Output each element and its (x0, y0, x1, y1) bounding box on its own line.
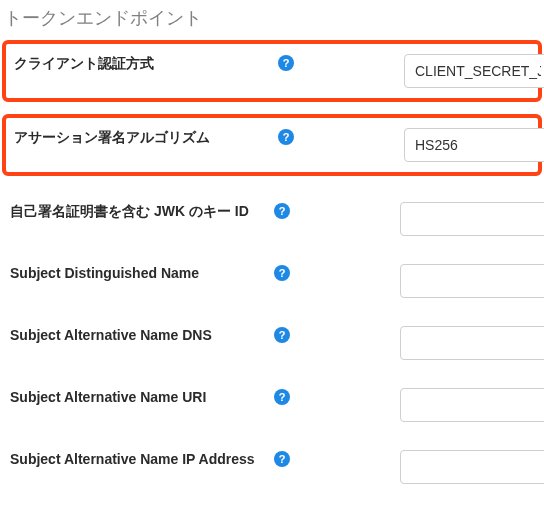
help-icon[interactable]: ? (274, 389, 290, 405)
input-client-auth[interactable] (404, 54, 544, 88)
row-jwk-key-id: 自己署名証明書を含む JWK のキー ID ? (0, 188, 544, 250)
row-client-auth: クライアント認証方式 ? (2, 40, 542, 102)
field-wrap (290, 450, 544, 484)
field-wrap (290, 326, 544, 360)
label-wrap: Subject Alternative Name IP Address ? (10, 450, 290, 469)
help-icon[interactable]: ? (274, 327, 290, 343)
label-wrap: Subject Distinguished Name ? (10, 264, 290, 283)
label-wrap: 自己署名証明書を含む JWK のキー ID ? (10, 202, 290, 221)
field-wrap (290, 388, 544, 422)
input-san-ip[interactable] (400, 450, 544, 484)
input-assertion-alg[interactable] (404, 128, 544, 162)
field-wrap (290, 264, 544, 298)
label-san-dns: Subject Alternative Name DNS (10, 326, 274, 345)
field-wrap (294, 54, 544, 88)
label-subject-dn: Subject Distinguished Name (10, 264, 274, 283)
section-title: トークンエンドポイント (0, 0, 544, 40)
field-wrap (294, 128, 544, 162)
help-icon[interactable]: ? (278, 55, 294, 71)
field-wrap (290, 202, 544, 236)
help-icon[interactable]: ? (278, 129, 294, 145)
row-san-email: Subject Alternative Name Email ? (0, 498, 544, 510)
input-subject-dn[interactable] (400, 264, 544, 298)
label-client-auth: クライアント認証方式 (14, 54, 278, 73)
label-wrap: Subject Alternative Name DNS ? (10, 326, 290, 345)
label-assertion-alg: アサーション署名アルゴリズム (14, 128, 278, 147)
row-san-uri: Subject Alternative Name URI ? (0, 374, 544, 436)
label-wrap: アサーション署名アルゴリズム ? (14, 128, 294, 147)
label-san-uri: Subject Alternative Name URI (10, 388, 274, 407)
label-san-ip: Subject Alternative Name IP Address (10, 450, 274, 469)
help-icon[interactable]: ? (274, 265, 290, 281)
label-wrap: Subject Alternative Name URI ? (10, 388, 290, 407)
label-jwk-key-id: 自己署名証明書を含む JWK のキー ID (10, 202, 274, 221)
input-san-dns[interactable] (400, 326, 544, 360)
row-san-ip: Subject Alternative Name IP Address ? (0, 436, 544, 498)
row-assertion-alg: アサーション署名アルゴリズム ? (2, 114, 542, 176)
input-jwk-key-id[interactable] (400, 202, 544, 236)
row-subject-dn: Subject Distinguished Name ? (0, 250, 544, 312)
label-wrap: クライアント認証方式 ? (14, 54, 294, 73)
input-san-uri[interactable] (400, 388, 544, 422)
help-icon[interactable]: ? (274, 451, 290, 467)
help-icon[interactable]: ? (274, 203, 290, 219)
row-san-dns: Subject Alternative Name DNS ? (0, 312, 544, 374)
